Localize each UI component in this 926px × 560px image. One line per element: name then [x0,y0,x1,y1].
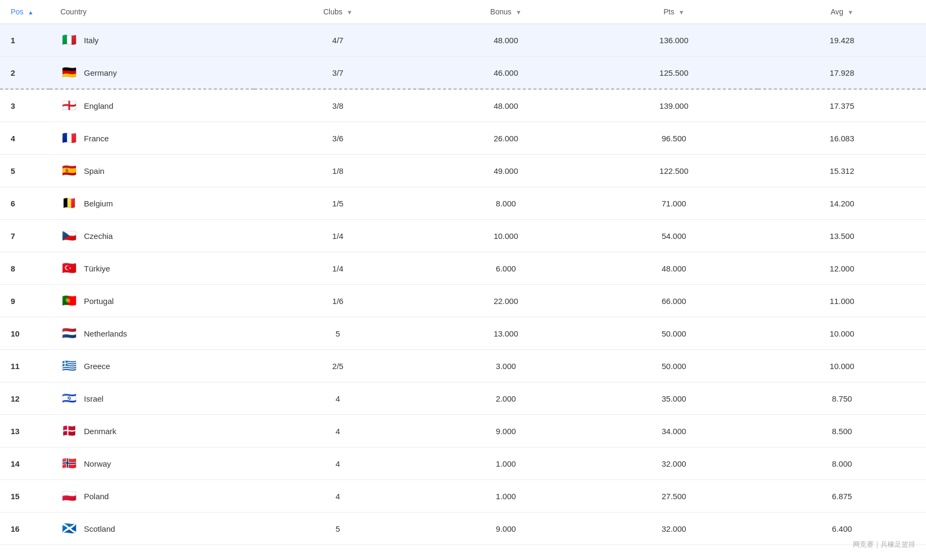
table-row: 1 🇮🇹 Italy 4/7 48.000 136.000 19.428 [0,24,926,57]
cell-pos: 5 [0,155,50,187]
cell-pts: 96.500 [590,122,758,155]
cell-clubs: 4 [254,415,422,447]
cell-bonus: 3.000 [422,350,590,382]
cell-avg: 6.875 [758,480,926,513]
cell-bonus: 26.000 [422,122,590,155]
cell-clubs: 4 [254,447,422,480]
cell-country: 🇳🇱 Netherlands [50,317,254,350]
flag-icon: 🇵🇱 [60,487,77,505]
cell-pts: 35.000 [590,382,758,415]
cell-pts: 48.000 [590,252,758,285]
cell-pos: 10 [0,317,50,350]
cell-pos: 4 [0,122,50,155]
cell-country: 🇮🇹 Italy [50,24,254,57]
table-row: 7 🇨🇿 Czechia 1/4 10.000 54.000 13.500 [0,220,926,252]
country-name: Scotland [84,524,115,533]
cell-pos: 2 [0,57,50,90]
cell-bonus: 13.000 [422,317,590,350]
cell-country: 🇧🇪 Belgium [50,187,254,220]
cell-country: 🇵🇹 Portugal [50,285,254,317]
bonus-sort-icon: ▼ [516,9,521,15]
cell-country: 🇨🇿 Czechia [50,220,254,252]
country-name: Norway [84,459,111,468]
flag-icon: 🇮🇱 [60,390,77,407]
cell-country: 🇵🇱 Poland [50,480,254,513]
col-header-pts[interactable]: Pts ▼ [590,0,758,24]
cell-bonus: 46.000 [422,57,590,90]
table-row: 11 🇬🇷 Greece 2/5 3.000 50.000 10.000 [0,350,926,382]
cell-bonus: 49.000 [422,155,590,187]
cell-pts: 50.000 [590,317,758,350]
table-header-row: Pos ▲ Country Clubs ▼ Bonus ▼ Pts ▼ [0,0,926,24]
cell-avg: 15.312 [758,155,926,187]
col-header-bonus[interactable]: Bonus ▼ [422,0,590,24]
cell-clubs: 1/5 [254,187,422,220]
country-name: Greece [84,362,110,371]
cell-bonus: 9.000 [422,415,590,447]
country-name: Italy [84,36,99,45]
table-row: 6 🇧🇪 Belgium 1/5 8.000 71.000 14.200 [0,187,926,220]
cell-avg: 10.000 [758,350,926,382]
cell-country: 🇫🇷 France [50,122,254,155]
cell-pos: 11 [0,350,50,382]
col-header-avg[interactable]: Avg ▼ [758,0,926,24]
cell-pos: 9 [0,285,50,317]
flag-icon: 🇵🇹 [60,292,77,309]
flag-icon: 🇳🇱 [60,325,77,342]
flag-icon: 🇫🇷 [60,130,77,147]
country-name: France [84,134,109,143]
country-name: Denmark [84,427,116,436]
cell-country: 🏴󠁧󠁢󠁳󠁣󠁴󠁿 Scotland [50,513,254,545]
cell-pos: 7 [0,220,50,252]
col-header-country[interactable]: Country [50,0,254,24]
cell-bonus: 9.000 [422,513,590,545]
table-row: 4 🇫🇷 France 3/6 26.000 96.500 16.083 [0,122,926,155]
table-row: 5 🇪🇸 Spain 1/8 49.000 122.500 15.312 [0,155,926,187]
cell-pos: 6 [0,187,50,220]
cell-clubs: 1/8 [254,155,422,187]
cell-pts: 34.000 [590,415,758,447]
cell-country: 🇮🇱 Israel [50,382,254,415]
col-header-pos[interactable]: Pos ▲ [0,0,50,24]
rankings-table-container: Pos ▲ Country Clubs ▼ Bonus ▼ Pts ▼ [0,0,926,560]
pts-sort-icon: ▼ [678,9,684,15]
cell-country: 🏴󠁧󠁢󠁥󠁮󠁧󠁿 England [50,89,254,122]
flag-icon: 🇧🇪 [60,195,77,212]
table-row: 9 🇵🇹 Portugal 1/6 22.000 66.000 11.000 [0,285,926,317]
cell-avg: 8.000 [758,447,926,480]
cell-pts: 50.000 [590,350,758,382]
cell-clubs: 1/4 [254,220,422,252]
cell-pos: 15 [0,480,50,513]
country-name: England [84,101,113,110]
flag-icon: 🏴󠁧󠁢󠁳󠁣󠁴󠁿 [60,520,77,537]
col-header-clubs[interactable]: Clubs ▼ [254,0,422,24]
cell-clubs: 2/5 [254,350,422,382]
cell-country: 🇹🇷 Türkiye [50,252,254,285]
avg-sort-icon: ▼ [848,9,853,15]
cell-clubs: 4 [254,480,422,513]
cell-pts: 32.000 [590,447,758,480]
country-name: Germany [84,68,117,77]
cell-avg: 19.428 [758,24,926,57]
cell-bonus: 6.000 [422,252,590,285]
country-name: Netherlands [84,329,127,338]
cell-bonus: 1.000 [422,447,590,480]
cell-country: 🇳🇴 Norway [50,447,254,480]
cell-clubs: 4/7 [254,24,422,57]
cell-bonus: 48.000 [422,89,590,122]
cell-pts: 27.500 [590,480,758,513]
cell-bonus: 48.000 [422,24,590,57]
cell-clubs: 3/6 [254,122,422,155]
table-row: 15 🇵🇱 Poland 4 1.000 27.500 6.875 [0,480,926,513]
flag-icon: 🇨🇿 [60,227,77,244]
cell-avg: 17.928 [758,57,926,90]
cell-pts: 139.000 [590,89,758,122]
cell-clubs: 1/6 [254,285,422,317]
cell-pts: 66.000 [590,285,758,317]
cell-clubs: 1/4 [254,252,422,285]
table-row: 13 🇩🇰 Denmark 4 9.000 34.000 8.500 [0,415,926,447]
table-row: 12 🇮🇱 Israel 4 2.000 35.000 8.750 [0,382,926,415]
cell-clubs: 3/8 [254,89,422,122]
cell-avg: 14.200 [758,187,926,220]
cell-avg: 13.500 [758,220,926,252]
